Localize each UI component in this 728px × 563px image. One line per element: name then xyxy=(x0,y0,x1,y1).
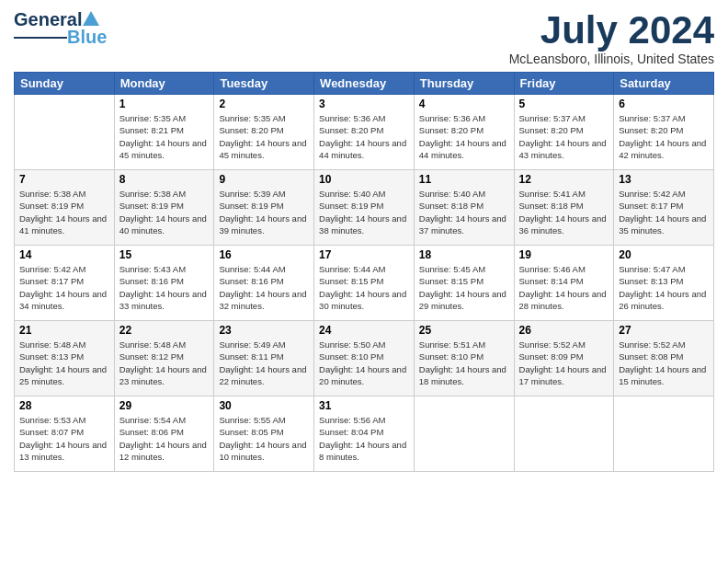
day-number: 6 xyxy=(619,98,709,110)
weekday-header-friday: Friday xyxy=(514,73,614,95)
day-info: Sunrise: 5:44 AMSunset: 8:16 PMDaylight:… xyxy=(219,263,309,312)
day-number: 11 xyxy=(419,173,509,186)
day-info: Sunrise: 5:52 AMSunset: 8:08 PMDaylight:… xyxy=(619,339,709,387)
calendar-week-row: 1Sunrise: 5:35 AMSunset: 8:21 PMDaylight… xyxy=(15,95,714,170)
calendar-cell: 18Sunrise: 5:45 AMSunset: 8:15 PMDayligh… xyxy=(414,246,514,321)
day-number: 18 xyxy=(419,248,509,261)
day-number: 3 xyxy=(319,98,409,110)
calendar-cell: 4Sunrise: 5:36 AMSunset: 8:20 PMDaylight… xyxy=(414,95,514,170)
calendar-cell: 25Sunrise: 5:51 AMSunset: 8:10 PMDayligh… xyxy=(414,321,514,396)
day-info: Sunrise: 5:37 AMSunset: 8:20 PMDaylight:… xyxy=(619,112,709,161)
day-number: 29 xyxy=(119,399,210,412)
calendar-cell: 10Sunrise: 5:40 AMSunset: 8:19 PMDayligh… xyxy=(314,170,415,246)
weekday-header-row: SundayMondayTuesdayWednesdayThursdayFrid… xyxy=(15,73,714,95)
day-info: Sunrise: 5:38 AMSunset: 8:19 PMDaylight:… xyxy=(19,188,109,236)
day-info: Sunrise: 5:52 AMSunset: 8:09 PMDaylight:… xyxy=(519,339,609,387)
logo: General Blue xyxy=(14,9,107,48)
page-container: General Blue July 2024 McLeansboro, Illi… xyxy=(0,0,728,563)
day-number: 22 xyxy=(119,324,210,337)
location: McLeansboro, Illinois, United States xyxy=(509,52,714,66)
weekday-header-saturday: Saturday xyxy=(614,73,714,95)
day-info: Sunrise: 5:37 AMSunset: 8:20 PMDaylight:… xyxy=(519,112,609,161)
calendar-cell xyxy=(514,396,614,472)
calendar-cell: 14Sunrise: 5:42 AMSunset: 8:17 PMDayligh… xyxy=(15,246,115,321)
logo-blue: Blue xyxy=(67,27,107,48)
day-info: Sunrise: 5:51 AMSunset: 8:10 PMDaylight:… xyxy=(419,339,509,387)
day-info: Sunrise: 5:36 AMSunset: 8:20 PMDaylight:… xyxy=(319,112,409,161)
day-number: 19 xyxy=(519,248,609,261)
calendar-cell: 27Sunrise: 5:52 AMSunset: 8:08 PMDayligh… xyxy=(614,321,714,396)
day-number: 27 xyxy=(619,324,709,337)
day-number: 10 xyxy=(319,173,409,186)
day-number: 12 xyxy=(519,173,609,186)
day-info: Sunrise: 5:39 AMSunset: 8:19 PMDaylight:… xyxy=(219,188,309,236)
calendar-cell: 30Sunrise: 5:55 AMSunset: 8:05 PMDayligh… xyxy=(214,396,314,472)
calendar-cell: 15Sunrise: 5:43 AMSunset: 8:16 PMDayligh… xyxy=(114,246,214,321)
day-number: 20 xyxy=(619,248,709,261)
day-number: 7 xyxy=(19,173,109,186)
day-info: Sunrise: 5:36 AMSunset: 8:20 PMDaylight:… xyxy=(419,112,509,161)
day-info: Sunrise: 5:56 AMSunset: 8:04 PMDaylight:… xyxy=(319,414,409,463)
day-info: Sunrise: 5:35 AMSunset: 8:20 PMDaylight:… xyxy=(219,112,309,161)
day-info: Sunrise: 5:45 AMSunset: 8:15 PMDaylight:… xyxy=(419,263,509,312)
calendar-cell: 7Sunrise: 5:38 AMSunset: 8:19 PMDaylight… xyxy=(15,170,115,246)
calendar-cell: 6Sunrise: 5:37 AMSunset: 8:20 PMDaylight… xyxy=(614,95,714,170)
calendar-cell: 1Sunrise: 5:35 AMSunset: 8:21 PMDaylight… xyxy=(114,95,214,170)
calendar-week-row: 28Sunrise: 5:53 AMSunset: 8:07 PMDayligh… xyxy=(15,396,714,472)
calendar-week-row: 7Sunrise: 5:38 AMSunset: 8:19 PMDaylight… xyxy=(15,170,714,246)
day-info: Sunrise: 5:38 AMSunset: 8:19 PMDaylight:… xyxy=(119,188,210,236)
day-info: Sunrise: 5:48 AMSunset: 8:12 PMDaylight:… xyxy=(119,339,210,387)
logo-arrow-icon xyxy=(83,11,99,26)
svg-marker-0 xyxy=(83,11,99,26)
calendar-cell: 13Sunrise: 5:42 AMSunset: 8:17 PMDayligh… xyxy=(614,170,714,246)
calendar-cell: 11Sunrise: 5:40 AMSunset: 8:18 PMDayligh… xyxy=(414,170,514,246)
calendar-cell xyxy=(414,396,514,472)
calendar-cell: 3Sunrise: 5:36 AMSunset: 8:20 PMDaylight… xyxy=(314,95,415,170)
day-number: 15 xyxy=(119,248,210,261)
day-number: 13 xyxy=(619,173,709,186)
day-info: Sunrise: 5:35 AMSunset: 8:21 PMDaylight:… xyxy=(119,112,210,161)
header: General Blue July 2024 McLeansboro, Illi… xyxy=(14,9,714,66)
day-number: 30 xyxy=(219,399,309,412)
month-title: July 2024 xyxy=(509,9,714,52)
day-info: Sunrise: 5:41 AMSunset: 8:18 PMDaylight:… xyxy=(519,188,609,236)
calendar-cell xyxy=(15,95,115,170)
day-info: Sunrise: 5:40 AMSunset: 8:19 PMDaylight:… xyxy=(319,188,409,236)
day-number: 16 xyxy=(219,248,309,261)
day-info: Sunrise: 5:47 AMSunset: 8:13 PMDaylight:… xyxy=(619,263,709,312)
title-block: July 2024 McLeansboro, Illinois, United … xyxy=(509,9,714,66)
day-info: Sunrise: 5:53 AMSunset: 8:07 PMDaylight:… xyxy=(19,414,109,463)
calendar-cell: 31Sunrise: 5:56 AMSunset: 8:04 PMDayligh… xyxy=(314,396,415,472)
day-number: 17 xyxy=(319,248,409,261)
day-info: Sunrise: 5:43 AMSunset: 8:16 PMDaylight:… xyxy=(119,263,210,312)
day-number: 4 xyxy=(419,98,509,110)
calendar-cell: 9Sunrise: 5:39 AMSunset: 8:19 PMDaylight… xyxy=(214,170,314,246)
calendar-cell: 24Sunrise: 5:50 AMSunset: 8:10 PMDayligh… xyxy=(314,321,415,396)
calendar-table: SundayMondayTuesdayWednesdayThursdayFrid… xyxy=(14,72,714,472)
calendar-week-row: 21Sunrise: 5:48 AMSunset: 8:13 PMDayligh… xyxy=(15,321,714,396)
day-info: Sunrise: 5:44 AMSunset: 8:15 PMDaylight:… xyxy=(319,263,409,312)
day-info: Sunrise: 5:46 AMSunset: 8:14 PMDaylight:… xyxy=(519,263,609,312)
calendar-cell: 21Sunrise: 5:48 AMSunset: 8:13 PMDayligh… xyxy=(15,321,115,396)
calendar-cell: 26Sunrise: 5:52 AMSunset: 8:09 PMDayligh… xyxy=(514,321,614,396)
day-number: 25 xyxy=(419,324,509,337)
calendar-cell: 29Sunrise: 5:54 AMSunset: 8:06 PMDayligh… xyxy=(114,396,214,472)
weekday-header-tuesday: Tuesday xyxy=(214,73,314,95)
calendar-cell: 23Sunrise: 5:49 AMSunset: 8:11 PMDayligh… xyxy=(214,321,314,396)
calendar-cell: 8Sunrise: 5:38 AMSunset: 8:19 PMDaylight… xyxy=(114,170,214,246)
day-number: 21 xyxy=(19,324,109,337)
day-number: 24 xyxy=(319,324,409,337)
calendar-cell: 19Sunrise: 5:46 AMSunset: 8:14 PMDayligh… xyxy=(514,246,614,321)
calendar-cell: 20Sunrise: 5:47 AMSunset: 8:13 PMDayligh… xyxy=(614,246,714,321)
calendar-week-row: 14Sunrise: 5:42 AMSunset: 8:17 PMDayligh… xyxy=(15,246,714,321)
calendar-cell: 5Sunrise: 5:37 AMSunset: 8:20 PMDaylight… xyxy=(514,95,614,170)
calendar-cell: 12Sunrise: 5:41 AMSunset: 8:18 PMDayligh… xyxy=(514,170,614,246)
day-number: 28 xyxy=(19,399,109,412)
day-number: 8 xyxy=(119,173,210,186)
day-number: 5 xyxy=(519,98,609,110)
day-number: 14 xyxy=(19,248,109,261)
day-number: 26 xyxy=(519,324,609,337)
calendar-cell: 2Sunrise: 5:35 AMSunset: 8:20 PMDaylight… xyxy=(214,95,314,170)
day-info: Sunrise: 5:55 AMSunset: 8:05 PMDaylight:… xyxy=(219,414,309,463)
day-number: 1 xyxy=(119,98,210,110)
